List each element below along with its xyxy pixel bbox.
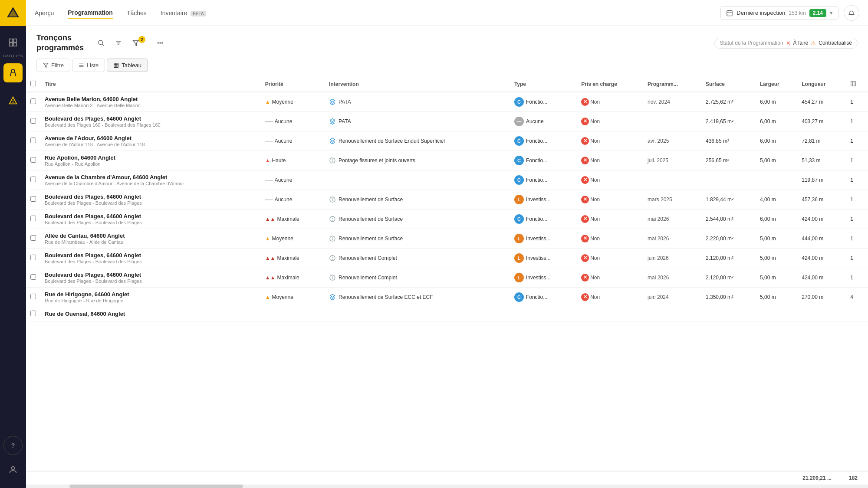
col-largeur: Largeur (756, 77, 797, 92)
svg-point-52 (332, 278, 333, 279)
horizontal-scrollbar[interactable] (26, 485, 868, 488)
cell-pris (577, 307, 643, 321)
nav-inventaire[interactable]: Inventaire BETA (161, 8, 206, 18)
row-checkbox[interactable] (30, 274, 36, 280)
notification-button[interactable] (844, 5, 859, 21)
cell-surface: 2.120,00 m² (701, 268, 756, 287)
table-row[interactable]: Allée de Cantau, 64600 Anglet Rue de Mir… (26, 229, 868, 248)
sidebar-logo[interactable] (0, 0, 26, 26)
col-pris: Pris en charge (577, 77, 643, 92)
cell-intervention: Pontage fissures et joints ouverts (325, 151, 510, 170)
cell-title: Avenue de l'Adour, 64600 Anglet Avenue d… (40, 131, 261, 151)
inspection-button[interactable]: Dernière inspection 153 km 2.14 ▾ (720, 6, 838, 20)
row-checkbox[interactable] (30, 216, 36, 221)
cell-largeur: 6,00 m (756, 131, 797, 151)
nav-programmation[interactable]: Programmation (68, 7, 112, 19)
cell-pris: ✕Non (577, 229, 643, 248)
table-row[interactable]: Avenue de l'Adour, 64600 Anglet Avenue d… (26, 131, 868, 151)
row-checkbox[interactable] (30, 118, 36, 124)
cell-longueur: 403,27 m (797, 111, 846, 131)
cell-extra: 1 (846, 268, 868, 287)
bell-icon (848, 10, 855, 16)
cell-longueur: 270,00 m (797, 287, 846, 307)
nav-apercu[interactable]: Aperçu (35, 8, 54, 18)
svg-point-22 (162, 43, 163, 43)
row-checkbox[interactable] (30, 196, 36, 202)
filter-status-tag[interactable]: Statut de la Programmation ✕ À faire ⚠ C… (714, 38, 858, 49)
cell-title: Rue Apollon, 64600 Anglet Rue Apollon - … (40, 151, 261, 170)
cell-surface: 2.220,00 m² (701, 229, 756, 248)
svg-point-43 (332, 220, 333, 220)
cell-extra: 4 (846, 287, 868, 307)
help-icon-btn[interactable]: ? (3, 436, 23, 455)
cell-type: LInvestiss... (510, 190, 577, 209)
table-row[interactable]: Rue de Ouensal, 64600 Anglet (26, 307, 868, 321)
more-options-button[interactable] (153, 36, 167, 50)
col-surface: Surface (701, 77, 756, 92)
table-row[interactable]: Boulevard des Plages, 64600 Anglet Boule… (26, 248, 868, 268)
tab-tableau[interactable]: Tableau (107, 59, 148, 72)
cell-prog-date: juin 2024 (643, 287, 701, 307)
cell-type: CFonctio... (510, 287, 577, 307)
row-checkbox[interactable] (30, 138, 36, 143)
cell-longueur: 424,00 m (797, 209, 846, 229)
cell-surface (701, 170, 756, 190)
svg-point-46 (332, 239, 333, 240)
scroll-thumb[interactable] (69, 485, 243, 488)
cell-pris: ✕Non (577, 131, 643, 151)
road-icon-btn[interactable] (3, 63, 23, 82)
list-tab-icon (79, 62, 84, 68)
layers-icon-btn[interactable] (3, 33, 23, 52)
cell-largeur (756, 170, 797, 190)
cell-type: LInvestiss... (510, 268, 577, 287)
table-row[interactable]: Boulevard des Plages, 64600 Anglet Boule… (26, 190, 868, 209)
cell-title: Boulevard des Plages, 64600 Anglet Boule… (40, 248, 261, 268)
cell-largeur: 5,00 m (756, 151, 797, 170)
select-all-checkbox[interactable] (30, 81, 36, 86)
cell-intervention: PATA (325, 92, 510, 112)
cell-extra: 1 (846, 209, 868, 229)
table-row[interactable]: Boulevard des Plages, 64600 Anglet Boule… (26, 268, 868, 287)
table-row[interactable]: Boulevard des Plages, 64600 Anglet Boule… (26, 111, 868, 131)
filter-status-label: Statut de la Programmation (720, 40, 783, 46)
row-checkbox[interactable] (30, 98, 36, 104)
svg-point-49 (332, 259, 333, 259)
row-checkbox[interactable] (30, 157, 36, 163)
cell-title: Boulevard des Plages, 64600 Anglet Boule… (40, 209, 261, 229)
search-button[interactable] (94, 36, 108, 50)
tab-filtre[interactable]: Filtre (36, 59, 70, 72)
row-checkbox[interactable] (30, 311, 36, 316)
cell-intervention: Renouvellement Complet (325, 268, 510, 287)
row-checkbox[interactable] (30, 235, 36, 241)
cell-extra: 1 (846, 248, 868, 268)
table-row[interactable]: Rue de Hirigogne, 64600 Anglet Rue de Hi… (26, 287, 868, 307)
row-checkbox[interactable] (30, 177, 36, 182)
table-row[interactable]: Avenue de la Chambre d'Amour, 64600 Angl… (26, 170, 868, 190)
table-row[interactable]: Boulevard des Plages, 64600 Anglet Boule… (26, 209, 868, 229)
svg-rect-3 (13, 39, 16, 42)
table-row[interactable]: Avenue Belle Marion, 64600 Anglet Avenue… (26, 92, 868, 112)
cell-extra: 1 (846, 170, 868, 190)
cell-title: Boulevard des Plages, 64600 Anglet Boule… (40, 268, 261, 287)
tab-liste[interactable]: Liste (72, 59, 105, 72)
svg-marker-19 (133, 40, 138, 46)
page-title: Tronçons programmés (36, 33, 84, 53)
cell-prog-date: avr. 2025 (643, 131, 701, 151)
user-icon-btn[interactable] (3, 460, 23, 479)
svg-rect-27 (114, 63, 118, 67)
svg-rect-10 (727, 10, 732, 16)
cell-intervention: PATA (325, 111, 510, 131)
nav-taches[interactable]: Tâches (127, 8, 147, 18)
cell-priority: — Aucune (261, 111, 325, 131)
row-checkbox[interactable] (30, 294, 36, 299)
cell-prog-date (643, 170, 701, 190)
cell-surface: 1.829,44 m² (701, 190, 756, 209)
warning-icon-btn[interactable] (3, 91, 23, 110)
row-checkbox[interactable] (30, 255, 36, 260)
sort-button[interactable] (112, 36, 125, 50)
table-row[interactable]: Rue Apollon, 64600 Anglet Rue Apollon - … (26, 151, 868, 170)
cell-extra (846, 307, 868, 321)
cell-type (510, 307, 577, 321)
cell-pris: ✕Non (577, 248, 643, 268)
cell-surface: 2.725,62 m² (701, 92, 756, 112)
